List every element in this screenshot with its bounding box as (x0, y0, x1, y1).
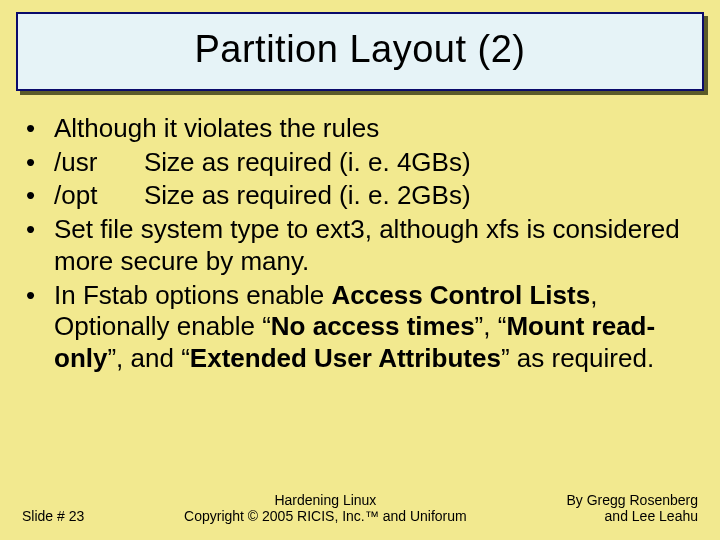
bullet-text: Although it violates the rules (54, 113, 379, 143)
bullet-text-segment: ”, and “ (107, 343, 189, 373)
footer-authors: By Gregg Rosenberg and Lee Leahu (566, 492, 698, 524)
bullet-text: Set file system type to ext3, although x… (54, 214, 680, 276)
bullet-list: Although it violates the rules /usrSize … (20, 113, 700, 375)
bold-term: Extended User Attributes (190, 343, 501, 373)
list-item: In Fstab options enable Access Control L… (20, 280, 700, 375)
footer-copyright: Copyright © 2005 RICIS, Inc.™ and Unifor… (84, 508, 566, 524)
footer-center: Hardening Linux Copyright © 2005 RICIS, … (84, 492, 566, 524)
bullet-text-segment: In Fstab options enable (54, 280, 332, 310)
footer-title: Hardening Linux (84, 492, 566, 508)
bold-term: No access times (271, 311, 475, 341)
list-item: Set file system type to ext3, although x… (20, 214, 700, 277)
author-line: and Lee Leahu (566, 508, 698, 524)
title-bar: Partition Layout (2) (16, 12, 704, 91)
slide-number: Slide # 23 (22, 508, 84, 524)
author-line: By Gregg Rosenberg (566, 492, 698, 508)
slide-title: Partition Layout (2) (28, 28, 692, 71)
list-item: /usrSize as required (i. e. 4GBs) (20, 147, 700, 179)
partition-desc: Size as required (i. e. 2GBs) (144, 180, 471, 210)
bullet-text-segment: ”, “ (475, 311, 507, 341)
content-area: Although it violates the rules /usrSize … (0, 91, 720, 375)
partition-desc: Size as required (i. e. 4GBs) (144, 147, 471, 177)
footer: Slide # 23 Hardening Linux Copyright © 2… (0, 492, 720, 524)
list-item: /optSize as required (i. e. 2GBs) (20, 180, 700, 212)
bullet-text-segment: ” as required. (501, 343, 654, 373)
partition-name: /opt (54, 180, 144, 212)
bold-term: Access Control Lists (332, 280, 591, 310)
partition-name: /usr (54, 147, 144, 179)
list-item: Although it violates the rules (20, 113, 700, 145)
